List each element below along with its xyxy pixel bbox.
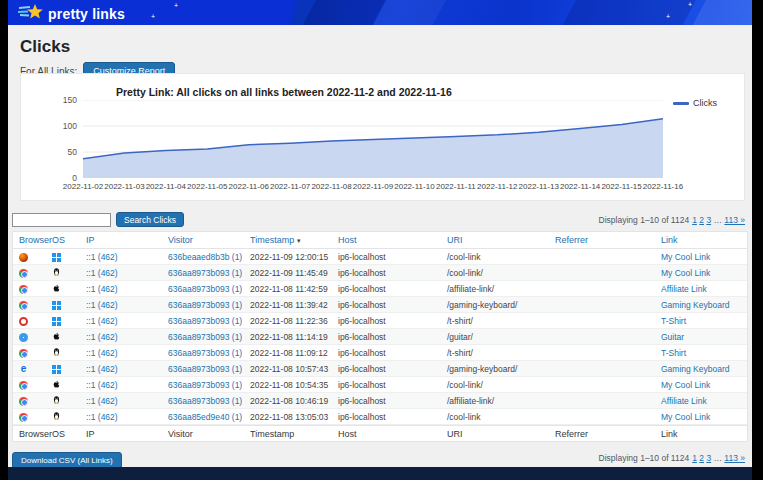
pretty-link[interactable]: Affiliate Link: [661, 284, 747, 294]
ip-link[interactable]: ::1 (462): [86, 396, 168, 406]
linux-os-icon: [52, 411, 86, 423]
page-link[interactable]: 3: [706, 215, 711, 225]
ip-link[interactable]: ::1 (462): [86, 412, 168, 422]
pagination-summary: Displaying 1–10 of 1124: [599, 453, 690, 463]
chart-legend: Clicks: [673, 98, 717, 108]
column-header-uri[interactable]: URI: [447, 235, 555, 245]
pretty-link[interactable]: Gaming Keyboard: [661, 364, 747, 374]
chart-area-fill: [83, 119, 663, 178]
host-value: ip6-localhost: [338, 316, 447, 326]
column-header-referrer[interactable]: Referrer: [555, 235, 661, 245]
column-header-host[interactable]: Host: [338, 235, 447, 245]
visitor-link[interactable]: 636aa85ed9e40 (1): [168, 412, 250, 422]
pretty-link[interactable]: My Cool Link: [661, 412, 747, 422]
visitor-link[interactable]: 636aa8973b093 (1): [168, 332, 250, 342]
visitor-link[interactable]: 636aa8973b093 (1): [168, 316, 250, 326]
page-link[interactable]: 2: [699, 215, 704, 225]
column-header-timestamp[interactable]: Timestamp ▼: [250, 235, 338, 245]
footer-header-link: Link: [661, 429, 747, 439]
footer-header-browser: Browser: [19, 429, 52, 439]
pretty-link[interactable]: My Cool Link: [661, 268, 747, 278]
sparkle-icon: +: [666, 13, 670, 20]
search-clicks-button[interactable]: Search Clicks: [116, 212, 184, 227]
timestamp-value: 2022-11-08 11:22:36: [250, 316, 338, 326]
visitor-link[interactable]: 636aa8973b093 (1): [168, 300, 250, 310]
pretty-link[interactable]: Gaming Keyboard: [661, 300, 747, 310]
ip-link[interactable]: ::1 (462): [86, 284, 168, 294]
apple-os-icon: [52, 331, 86, 343]
pretty-link[interactable]: Guitar: [661, 332, 747, 342]
pretty-link[interactable]: Affiliate Link: [661, 396, 747, 406]
linux-os-icon: [52, 347, 86, 359]
ip-link[interactable]: ::1 (462): [86, 348, 168, 358]
table-row: ::1 (462)636aa8973b093 (1)2022-11-08 11:…: [13, 345, 747, 361]
sort-desc-icon: ▼: [294, 238, 302, 244]
linux-os-icon: [52, 267, 86, 279]
bottom-bar: [8, 467, 752, 480]
page-link[interactable]: 1: [692, 215, 697, 225]
apple-os-icon: [52, 283, 86, 295]
host-value: ip6-localhost: [338, 396, 447, 406]
table-row: ::1 (462)636aa8973b093 (1)2022-11-08 10:…: [13, 361, 747, 377]
chrome-browser-icon: [19, 395, 52, 405]
ip-link[interactable]: ::1 (462): [86, 316, 168, 326]
page-link[interactable]: 2: [699, 453, 704, 463]
uri-value: /gaming-keyboard/: [447, 364, 555, 374]
app-window: + + + + pretty links Clicks For All Link…: [8, 0, 752, 480]
column-header-os[interactable]: OS: [52, 235, 86, 245]
table-row: ::1 (462)636aa8973b093 (1)2022-11-08 11:…: [13, 329, 747, 345]
host-value: ip6-localhost: [338, 412, 447, 422]
visitor-link[interactable]: 636aa8973b093 (1): [168, 284, 250, 294]
page-link[interactable]: 1: [692, 453, 697, 463]
uri-value: /cool-link: [447, 252, 555, 262]
timestamp-value: 2022-11-08 13:05:03: [250, 412, 338, 422]
host-value: ip6-localhost: [338, 380, 447, 390]
visitor-link[interactable]: 636aa8973b093 (1): [168, 348, 250, 358]
uri-value: /affiliate-link/: [447, 284, 555, 294]
pretty-link[interactable]: My Cool Link: [661, 252, 747, 262]
star-comet-icon: [18, 3, 44, 25]
timestamp-value: 2022-11-08 11:39:42: [250, 300, 338, 310]
table-body: ::1 (462)636beaaed8b3b (1)2022-11-09 12:…: [13, 249, 747, 425]
column-header-ip[interactable]: IP: [86, 235, 168, 245]
visitor-link[interactable]: 636aa8973b093 (1): [168, 268, 250, 278]
column-header-link[interactable]: Link: [661, 235, 747, 245]
logo-text: pretty links: [48, 6, 125, 22]
page-link[interactable]: 3: [706, 453, 711, 463]
chrome-browser-icon: [19, 283, 52, 293]
ip-link[interactable]: ::1 (462): [86, 380, 168, 390]
banner-stripe: [555, 0, 702, 25]
visitor-link[interactable]: 636aa8973b093 (1): [168, 396, 250, 406]
safari-browser-icon: [19, 331, 52, 341]
x-tick-label: 2022-11-16: [632, 182, 694, 191]
apple-os-icon: [52, 379, 86, 391]
pagination-links: 1 2 3 … 113 »: [692, 215, 745, 225]
footer-header-referrer: Referrer: [555, 429, 661, 439]
host-value: ip6-localhost: [338, 348, 447, 358]
column-header-browser[interactable]: Browser: [19, 235, 52, 245]
visitor-link[interactable]: 636aa8973b093 (1): [168, 380, 250, 390]
visitor-link[interactable]: 636beaaed8b3b (1): [168, 252, 250, 262]
ip-link[interactable]: ::1 (462): [86, 300, 168, 310]
firefox-browser-icon: [19, 251, 52, 261]
ip-link[interactable]: ::1 (462): [86, 332, 168, 342]
column-header-visitor[interactable]: Visitor: [168, 235, 250, 245]
timestamp-value: 2022-11-08 10:46:19: [250, 396, 338, 406]
host-value: ip6-localhost: [338, 364, 447, 374]
host-value: ip6-localhost: [338, 300, 447, 310]
visitor-link[interactable]: 636aa8973b093 (1): [168, 364, 250, 374]
timestamp-value: 2022-11-08 11:14:19: [250, 332, 338, 342]
banner-stripe: [685, 0, 752, 25]
last-page-link[interactable]: 113 »: [724, 453, 745, 463]
ip-link[interactable]: ::1 (462): [86, 364, 168, 374]
pretty-link[interactable]: T-Shirt: [661, 348, 747, 358]
windows-os-icon: [52, 363, 86, 373]
search-input[interactable]: [12, 213, 111, 227]
pretty-link[interactable]: T-Shirt: [661, 316, 747, 326]
last-page-link[interactable]: 113 »: [724, 215, 745, 225]
ip-link[interactable]: ::1 (462): [86, 268, 168, 278]
pretty-link[interactable]: My Cool Link: [661, 380, 747, 390]
pagination-ellipsis: …: [713, 215, 722, 225]
uri-value: /guitar/: [447, 332, 555, 342]
ip-link[interactable]: ::1 (462): [86, 252, 168, 262]
